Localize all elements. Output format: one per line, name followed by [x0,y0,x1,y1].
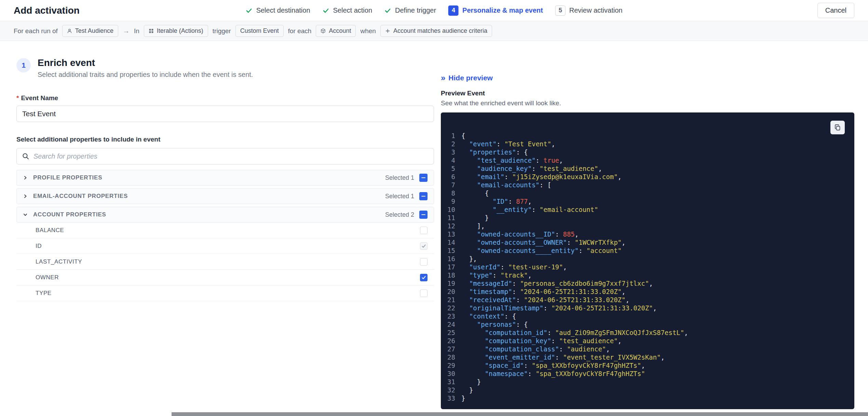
checkbox-checked[interactable] [420,274,428,281]
selected-count: Selected 1 [385,174,414,182]
trigger-sentence-text: when [360,27,376,35]
chip-label: Custom Event [240,27,279,35]
code-line: 28 "event_emitter_id": "event_tester_IVX… [441,353,854,361]
line-number: 27 [441,345,461,353]
line-number: 21 [441,296,461,304]
step-review-activation[interactable]: 5Review activation [555,5,623,16]
group-account-properties: ACCOUNT PROPERTIESSelected 2BALANCEIDLAS… [16,207,434,301]
checkbox-unchecked[interactable] [420,258,428,266]
code-line: 5 "audience_key": "test_audience", [441,164,854,173]
property-label: ID [36,243,42,250]
step-define-trigger[interactable]: Define trigger [384,6,436,14]
chip-iterable-actions[interactable]: Iterable (Actions) [144,25,208,37]
cancel-button[interactable]: Cancel [817,3,854,18]
hide-preview-link[interactable]: » Hide preview [441,74,493,82]
code-line: 25 "computation_id": "aud_ZiO9mZgSFmJNXC… [441,328,854,337]
selected-count: Selected 1 [385,193,414,200]
chip-account[interactable]: Account [316,25,356,37]
group-checkbox-indeterminate[interactable] [419,174,428,182]
property-label: TYPE [36,290,52,297]
code-line: 23 "context": { [441,312,854,320]
property-row-id[interactable]: ID [16,238,434,254]
step-check-icon [323,7,329,14]
code-line: 27 "computation_class": "audience", [441,345,854,353]
preview-section: » Hide preview Preview Event See what th… [441,57,854,409]
section-title: Enrich event [38,57,253,68]
property-row-type[interactable]: TYPE [16,285,434,301]
minus-icon [421,196,425,197]
event-name-input[interactable] [16,106,434,122]
code-line: 33} [441,394,854,402]
line-number: 9 [441,197,461,205]
step-personalize-map-event[interactable]: 4Personalize & map event [448,5,543,16]
chip-label: Test Audience [75,27,113,35]
line-number: 32 [441,386,461,394]
line-number: 24 [441,320,461,328]
double-chevron-right-icon: » [441,74,445,82]
line-number: 33 [441,394,461,402]
code-line: 30 "namespace": "spa_tXXbfoyvCkY8rF47ghH… [441,370,854,378]
line-number: 16 [441,255,461,263]
line-number: 17 [441,263,461,271]
trigger-sentence-text: For each run of [14,27,58,35]
step-select-destination[interactable]: Select destination [246,6,310,14]
code-line: 17 "userId": "test-user-19", [441,263,854,271]
property-search [16,148,434,164]
line-number: 31 [441,378,461,386]
line-number: 29 [441,361,461,370]
step-label: Review activation [569,6,623,14]
search-icon [22,152,29,160]
code-line: 32 } [441,386,854,394]
line-number: 30 [441,370,461,378]
group-email-account-properties: EMAIL-ACCOUNT PROPERTIESSelected 1 [16,188,434,204]
line-number: 4 [441,156,461,164]
step-check-icon [384,7,391,14]
line-number: 3 [441,148,461,156]
minus-icon [421,214,425,215]
chip-label: Iterable (Actions) [157,27,203,35]
line-number: 11 [441,214,461,222]
line-number: 2 [441,140,461,148]
additional-properties-label: Select additional properties to include … [16,136,434,143]
code-line: 3 "properties": { [441,148,854,156]
checkbox-unchecked[interactable] [420,290,428,297]
group-header-email-account-properties[interactable]: EMAIL-ACCOUNT PROPERTIESSelected 1 [16,188,434,204]
group-checkbox-indeterminate[interactable] [419,192,428,200]
trigger-sentence-text: for each [288,27,312,35]
line-number: 10 [441,205,461,214]
property-row-last-activity[interactable]: LAST_ACTIVITY [16,254,434,270]
step-label: Select destination [256,6,310,14]
page-title: Add activation [14,5,80,16]
chip-label: Account matches audience criteria [393,27,487,35]
code-line: 24 "personas": { [441,320,854,328]
chip-account-matches-audience-criteria[interactable]: Account matches audience criteria [380,25,492,37]
group-header-account-properties[interactable]: ACCOUNT PROPERTIESSelected 2 [16,207,434,223]
step-number: 5 [555,5,566,16]
code-line: 15 "owned-accounts____entity": "account" [441,246,854,255]
property-row-owner[interactable]: OWNER [16,270,434,285]
property-row-balance[interactable]: BALANCE [16,223,434,238]
group-label: EMAIL-ACCOUNT PROPERTIES [33,193,128,200]
line-number: 14 [441,238,461,246]
minus-icon [421,177,425,178]
audience-icon [67,28,72,33]
code-line: 4 "test_audience": true, [441,156,854,164]
group-header-profile-properties[interactable]: PROFILE PROPERTIESSelected 1 [16,170,434,186]
code-preview-panel: 1{2 "event": "Test Event",3 "properties"… [441,112,854,409]
chip-test-audience[interactable]: Test Audience [62,25,118,37]
search-input[interactable] [33,152,429,160]
checkbox-unchecked[interactable] [420,227,428,234]
entity-icon [321,28,326,33]
chip-custom-event[interactable]: Custom Event [235,25,284,37]
copy-icon[interactable] [830,121,845,134]
group-checkbox-indeterminate[interactable] [419,211,428,219]
property-label: LAST_ACTIVITY [36,258,82,265]
group-profile-properties: PROFILE PROPERTIESSelected 1 [16,170,434,186]
code-line: 6 "email": "j15iZysedp@k1euxaIVia.com", [441,173,854,181]
line-number: 20 [441,287,461,296]
section-subtitle: Select additional traits and properties … [38,71,253,79]
line-number: 19 [441,279,461,287]
step-select-action[interactable]: Select action [323,6,372,14]
line-number: 22 [441,304,461,312]
arrow-icon: → [123,27,130,35]
